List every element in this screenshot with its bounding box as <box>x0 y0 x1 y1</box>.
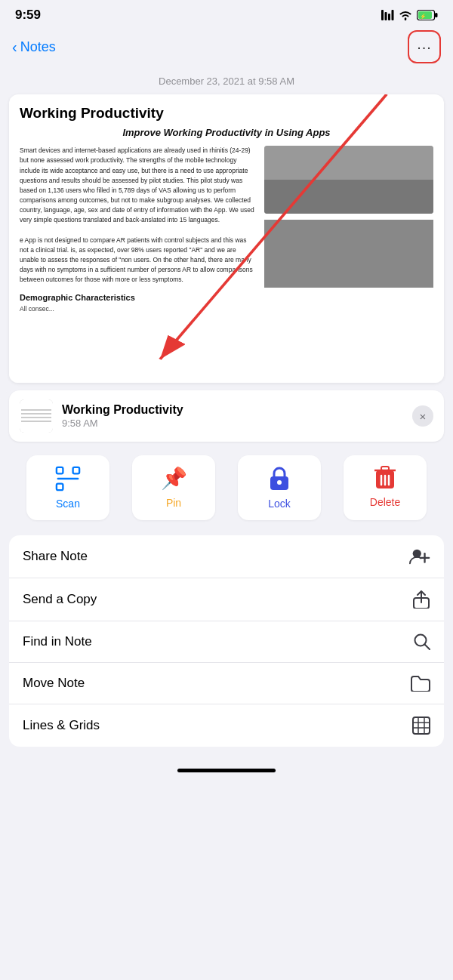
note-popup-title: Working Productivity <box>62 403 403 417</box>
nav-bar: ‹ Notes ··· <box>0 27 453 69</box>
svg-line-30 <box>425 645 430 650</box>
lock-button[interactable]: Lock <box>238 455 321 520</box>
search-icon <box>414 633 430 650</box>
note-popup-time: 9:58 AM <box>62 418 403 429</box>
delete-label: Delete <box>370 496 400 508</box>
note-title: Working Productivity <box>9 94 444 126</box>
doc-image-2 <box>264 220 433 288</box>
more-button[interactable]: ··· <box>408 30 441 63</box>
close-button[interactable]: × <box>412 405 433 427</box>
note-date: December 23, 2021 at 9:58 AM <box>0 69 453 94</box>
pin-icon: 📌 <box>161 466 187 491</box>
note-thumbnail <box>20 399 53 433</box>
status-time: 9:59 <box>15 8 41 23</box>
wifi-icon <box>399 10 412 20</box>
grid-lines-icon <box>412 717 430 735</box>
note-info-text: Working Productivity 9:58 AM <box>62 403 403 429</box>
svg-rect-0 <box>381 10 384 20</box>
status-icons: ⚡ <box>381 10 438 20</box>
find-in-note-item[interactable]: Find in Note <box>9 621 444 663</box>
move-note-label: Move Note <box>23 676 85 691</box>
svg-rect-5 <box>435 13 438 17</box>
scan-label: Scan <box>56 498 80 510</box>
lines-grids-label: Lines & Grids <box>23 718 100 733</box>
action-buttons-row: Scan 📌 Pin Lock De <box>0 442 453 529</box>
chevron-left-icon: ‹ <box>12 39 17 54</box>
close-icon: × <box>420 410 427 423</box>
svg-rect-11 <box>73 467 80 474</box>
back-button[interactable]: ‹ Notes <box>12 39 56 55</box>
note-card: Working Productivity Improve Working Pro… <box>9 94 444 383</box>
svg-rect-1 <box>385 12 387 20</box>
doc-image-col <box>264 146 433 314</box>
svg-rect-3 <box>392 10 394 20</box>
person-add-icon <box>409 547 430 566</box>
scan-button[interactable]: Scan <box>26 455 109 520</box>
lock-label: Lock <box>268 498 291 510</box>
svg-text:⚡: ⚡ <box>420 13 427 20</box>
status-bar: 9:59 ⚡ <box>0 0 453 27</box>
share-note-label: Share Note <box>23 549 88 564</box>
lines-grids-item[interactable]: Lines & Grids <box>9 704 444 747</box>
folder-icon <box>411 675 430 692</box>
send-copy-label: Send a Copy <box>23 592 97 607</box>
note-info-bar: Working Productivity 9:58 AM × <box>9 390 444 442</box>
battery-icon: ⚡ <box>417 10 438 20</box>
svg-rect-31 <box>413 717 430 734</box>
svg-rect-2 <box>388 14 390 20</box>
home-indicator <box>0 753 453 778</box>
doc-text-col: Smart devices and internet-based applica… <box>20 146 257 314</box>
doc-heading: Improve Working Productivity in Using Ap… <box>20 126 433 140</box>
svg-rect-19 <box>381 467 389 470</box>
svg-point-16 <box>277 480 282 485</box>
demographic-section: Demographic Characteristics All consec..… <box>20 291 257 314</box>
doc-preview: Improve Working Productivity in Using Ap… <box>9 126 444 383</box>
menu-section: Share Note Send a Copy Find in Note <box>9 535 444 747</box>
share-icon <box>412 590 430 609</box>
bottom-sheet: Working Productivity 9:58 AM × Scan 📌 Pi… <box>0 390 453 747</box>
send-copy-item[interactable]: Send a Copy <box>9 578 444 621</box>
delete-icon <box>374 466 396 490</box>
doc-image-1 <box>264 146 433 214</box>
home-bar <box>177 769 276 772</box>
pin-label: Pin <box>166 497 181 509</box>
move-note-item[interactable]: Move Note <box>9 663 444 704</box>
svg-rect-10 <box>57 467 63 474</box>
ellipsis-icon: ··· <box>417 39 432 54</box>
pin-button[interactable]: 📌 Pin <box>132 455 215 520</box>
share-note-item[interactable]: Share Note <box>9 535 444 578</box>
svg-rect-12 <box>57 484 63 491</box>
back-label: Notes <box>20 39 56 55</box>
find-in-note-label: Find in Note <box>23 634 92 649</box>
lock-icon <box>269 466 290 492</box>
delete-button[interactable]: Delete <box>344 455 427 520</box>
grid-status-icon <box>381 10 394 20</box>
scan-icon <box>55 466 81 492</box>
